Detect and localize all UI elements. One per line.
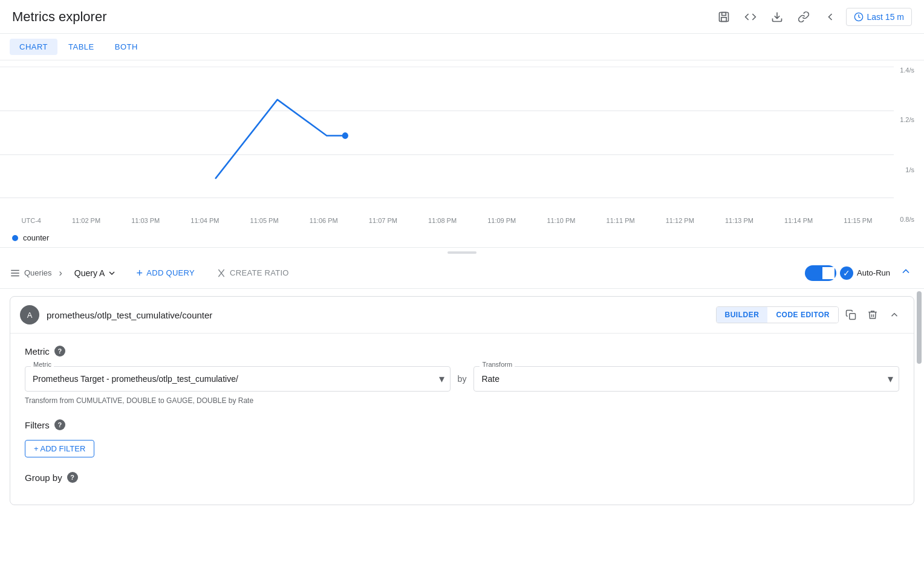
filters-section-label: Filters [25,420,50,430]
download-icon-button[interactable] [766,6,788,28]
y-label-1: 1.2/s [900,116,914,123]
back-icon-button[interactable] [819,6,841,28]
queries-text: Queries [24,268,52,277]
breadcrumb-arrow: › [59,268,62,279]
y-label-2: 1/s [905,166,914,173]
query-metric-name: prometheus/otlp_test_cumulative/counter [47,310,709,320]
auto-run-check-icon: ✓ [840,266,853,280]
chart-svg-container [0,60,894,211]
filters-section: Filters ? + ADD FILTER [25,419,899,457]
query-panel-header: A prometheus/otlp_test_cumulative/counte… [10,297,914,334]
drag-handle[interactable] [0,248,924,257]
collapse-button[interactable] [897,263,914,283]
x-label-1115: 11:15 PM [844,217,872,224]
add-query-label: ADD QUERY [146,268,195,277]
add-filter-label: + ADD FILTER [34,444,85,453]
x-label-1111: 11:11 PM [607,217,635,224]
tab-chart[interactable]: CHART [10,39,57,55]
view-tabs: CHART TABLE BOTH [0,34,924,60]
tab-both[interactable]: BOTH [105,39,148,55]
legend-dot [12,235,18,241]
code-icon-button[interactable] [740,6,761,28]
page-title: Metrics explorer [12,9,106,25]
group-by-section: Group by ? [25,472,899,483]
save-icon-button[interactable] [713,6,735,28]
chart-area: 1.4/s 1.2/s 1/s 0.8/s UTC-4 11:02 PM 11:… [0,60,924,248]
x-label-1102: 11:02 PM [72,217,100,224]
metric-select[interactable]: Prometheus Target - prometheus/otlp_test… [25,366,451,392]
add-query-plus-icon: + [136,268,143,279]
filters-section-header: Filters ? [25,419,899,430]
x-label-1109: 11:09 PM [487,217,516,224]
scrollbar[interactable] [917,289,922,512]
create-ratio-icon [216,268,226,278]
link-icon-button[interactable] [793,6,815,28]
group-by-label: Group by [25,473,62,483]
transform-select[interactable]: Rate [473,366,899,392]
transform-info: Transform from CUMULATIVE, DOUBLE to GAU… [25,396,899,405]
query-name: Query A [74,268,105,278]
x-label-utc: UTC-4 [22,217,41,224]
x-label-1106: 11:06 PM [310,217,338,224]
x-label-1108: 11:08 PM [428,217,457,224]
delete-query-button[interactable] [863,305,882,324]
create-ratio-label: CREATE RATIO [230,268,289,277]
svg-rect-2 [721,17,726,21]
metric-section-header: Metric ? [25,346,899,357]
code-editor-tab[interactable]: CODE EDITOR [767,307,838,323]
toggle-thumb [822,267,835,279]
queries-label-group[interactable]: Queries [10,268,52,279]
create-ratio-button[interactable]: CREATE RATIO [209,265,296,282]
time-range-button[interactable]: Last 15 m [846,8,912,26]
duplicate-query-button[interactable] [841,305,861,324]
query-bar: Queries › Query A + ADD QUERY CREATE RAT… [0,257,924,289]
query-panel-actions: BUILDER CODE EDITOR [716,305,904,324]
duplicate-icon [845,309,856,320]
collapse-icon [900,265,912,277]
x-label-1112: 11:12 PM [666,217,694,224]
legend-label: counter [23,233,49,242]
query-avatar: A [20,305,39,324]
query-panel-wrapper: A prometheus/otlp_test_cumulative/counte… [0,289,924,512]
trash-icon [867,309,878,320]
svg-rect-1 [721,12,726,15]
x-label-1104: 11:04 PM [190,217,219,224]
group-by-help-icon[interactable]: ? [67,472,78,483]
chevron-up-icon [889,309,900,320]
chart-x-labels: UTC-4 11:02 PM 11:03 PM 11:04 PM 11:05 P… [0,217,894,224]
x-label-1113: 11:13 PM [725,217,753,224]
filters-help-icon[interactable]: ? [54,419,65,430]
query-body: Metric ? Metric Prometheus Target - prom… [10,334,914,505]
y-label-0: 1.4/s [900,66,914,74]
query-selector[interactable]: Query A [70,266,122,280]
metric-row: Metric Prometheus Target - prometheus/ot… [25,366,899,392]
auto-run-group: ✓ Auto-Run [805,265,890,281]
auto-run-toggle[interactable] [805,265,836,281]
metric-select-container: Metric Prometheus Target - prometheus/ot… [25,366,451,392]
chart-legend: counter [12,233,49,242]
x-label-1105: 11:05 PM [250,217,279,224]
scrollbar-thumb [917,291,922,364]
query-bar-right: ✓ Auto-Run [805,263,914,283]
tab-table[interactable]: TABLE [59,39,104,55]
by-label: by [458,374,467,384]
auto-run-label: Auto-Run [857,268,890,277]
query-panel: A prometheus/otlp_test_cumulative/counte… [10,296,914,505]
chart-y-labels: 1.4/s 1.2/s 1/s 0.8/s [900,60,914,223]
y-label-3: 0.8/s [900,216,914,223]
x-label-1103: 11:03 PM [131,217,160,224]
transform-select-container: Transform Rate ▾ [473,366,899,392]
metric-field-label: Metric [31,361,54,368]
x-label-1114: 11:14 PM [784,217,813,224]
x-label-1107: 11:07 PM [369,217,397,224]
time-range-label: Last 15 m [867,12,904,22]
add-query-button[interactable]: + ADD QUERY [129,264,202,282]
metric-help-icon[interactable]: ? [54,346,65,357]
header-actions: Last 15 m [713,6,912,28]
query-dropdown-icon [107,268,117,278]
transform-field-label: Transform [480,361,515,368]
svg-point-9 [342,132,348,139]
collapse-query-button[interactable] [885,305,904,324]
builder-tab[interactable]: BUILDER [717,307,768,323]
add-filter-button[interactable]: + ADD FILTER [25,440,94,457]
